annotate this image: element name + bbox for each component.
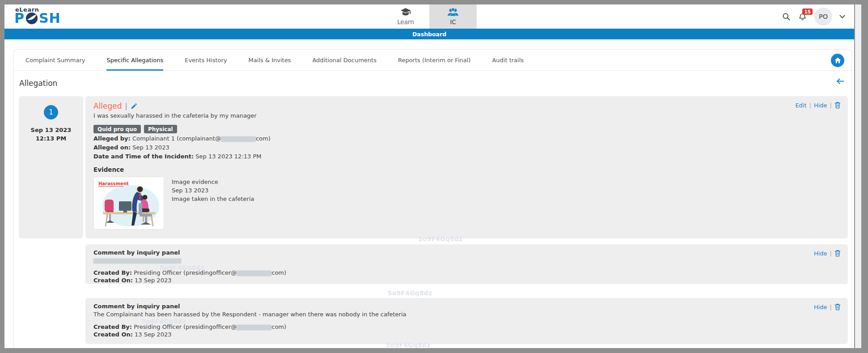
home-button[interactable] <box>831 54 844 67</box>
comment-title: Comment by inquiry panel <box>93 249 840 256</box>
tab-audit-trails[interactable]: Audit trails <box>492 50 524 71</box>
evidence-row: Harassment <box>93 177 840 230</box>
people-group-icon <box>447 8 459 17</box>
edit-pencil-icon[interactable] <box>131 102 138 110</box>
created-on-value: 13 Sep 2023 <box>135 331 171 338</box>
delete-trash-icon[interactable] <box>834 102 841 109</box>
tab-events-history[interactable]: Events History <box>185 50 227 71</box>
breadcrumb-bar: Dashboard <box>4 29 854 39</box>
allegation-status-row: Alleged | <box>93 102 840 111</box>
created-on-label: Created On: <box>93 331 133 338</box>
separator: | <box>125 102 127 110</box>
back-arrow-icon[interactable] <box>836 78 844 85</box>
chevron-down-icon[interactable] <box>839 15 845 19</box>
edit-link[interactable]: Edit <box>795 102 806 109</box>
brand-logo[interactable]: eLearn P SH <box>14 7 61 25</box>
created-by-line: Created By: Presiding Officer (presiding… <box>93 323 840 331</box>
module-tab-learn[interactable]: Learn <box>382 4 429 29</box>
alleged-on-value: Sep 13 2023 <box>132 144 169 151</box>
delete-trash-icon[interactable] <box>834 303 841 310</box>
redacted-email-domain <box>237 271 271 276</box>
scrollbar[interactable] <box>855 4 861 348</box>
status-badge: Alleged <box>93 102 122 111</box>
incident-datetime-label: Date and Time of the Incident: <box>93 153 194 160</box>
comment-title: Comment by inquiry panel <box>93 303 840 310</box>
created-by-value-suffix: com) <box>271 323 286 330</box>
app-page: eLearn P SH Learn <box>4 4 854 348</box>
comment-actions: Hide | <box>814 303 841 310</box>
logo-letters-sh: SH <box>39 12 61 25</box>
evidence-date: Sep 13 2023 <box>172 186 254 195</box>
alleged-by-value: Complainant 1 (complainant@ <box>132 135 221 142</box>
logo-letter-p: P <box>14 12 25 25</box>
evidence-title: Image evidence <box>172 178 254 186</box>
comment-body: The Complainant has been harassed by the… <box>93 311 840 318</box>
search-icon[interactable] <box>782 12 791 21</box>
comment-card: Hide | Comment by inquiry panel The Comp… <box>85 298 848 344</box>
allegation-card: Edit | Hide | Alleged | <box>85 96 848 238</box>
page-title: Allegation <box>19 79 57 88</box>
comment-card: Hide | Comment by inquiry panel Created … <box>85 244 848 284</box>
comment-meta: Created By: Presiding Officer (presiding… <box>93 269 840 284</box>
hide-link[interactable]: Hide <box>814 250 827 257</box>
created-on-label: Created On: <box>93 277 133 284</box>
incident-datetime-line: Date and Time of the Incident: Sep 13 20… <box>93 153 840 160</box>
section-tabs: Complaint Summary Specific Allegations E… <box>14 50 851 71</box>
notification-count-badge: 15 <box>802 9 813 15</box>
module-tab-ic[interactable]: IC <box>429 4 477 29</box>
tab-specific-allegations[interactable]: Specific Allegations <box>106 50 163 71</box>
redacted-email-domain <box>221 136 256 142</box>
notifications-bell-icon[interactable]: 15 <box>798 12 807 21</box>
alleged-by-value-suffix: com) <box>256 135 271 142</box>
logo-posh-text: P SH <box>14 12 61 25</box>
alleged-by-line: Alleged by: Complainant 1 (complainant@c… <box>93 135 840 142</box>
logo-o-graphic-icon <box>25 12 38 25</box>
comment-meta: Created By: Presiding Officer (presiding… <box>93 323 840 338</box>
alleged-by-label: Alleged by: <box>93 135 131 142</box>
breadcrumb-label: Dashboard <box>412 31 446 38</box>
tab-mails-invites[interactable]: Mails & Invites <box>249 50 291 71</box>
created-by-line: Created By: Presiding Officer (presiding… <box>93 269 840 276</box>
allegation-actions: Edit | Hide | <box>795 102 841 109</box>
module-tab-label: IC <box>450 18 456 26</box>
separator: | <box>830 102 832 109</box>
redacted-comment-body <box>93 259 181 264</box>
tab-reports[interactable]: Reports (Interim or Final) <box>398 50 470 71</box>
hide-link[interactable]: Hide <box>814 304 827 310</box>
created-on-value: 13 Sep 2023 <box>135 277 171 284</box>
timeline-time-line: 12:13 PM <box>19 134 83 143</box>
separator: | <box>809 102 811 109</box>
created-by-value-suffix: com) <box>271 269 286 276</box>
created-by-label: Created By: <box>93 323 132 330</box>
tab-complaint-summary[interactable]: Complaint Summary <box>25 50 85 71</box>
user-avatar[interactable]: PO <box>814 8 832 26</box>
created-on-line: Created On: 13 Sep 2023 <box>93 331 840 338</box>
timeline-panel: 1 Sep 13 2023 12:13 PM <box>19 96 83 238</box>
tab-additional-documents[interactable]: Additional Documents <box>312 50 377 71</box>
comment-actions: Hide | <box>814 250 841 257</box>
timeline-date-line1: Sep 13 2023 <box>19 126 83 134</box>
hide-link[interactable]: Hide <box>814 102 827 109</box>
graduation-cap-icon <box>400 8 411 17</box>
timeline-date: Sep 13 2023 12:13 PM <box>19 126 83 143</box>
redacted-email-domain <box>237 325 271 330</box>
alleged-on-label: Alleged on: <box>93 144 131 151</box>
separator: | <box>830 250 832 257</box>
page-heading-row: Allegation <box>14 71 851 88</box>
allegation-tags: Quid pro quo Physical <box>93 125 840 133</box>
module-switcher: Learn IC <box>382 4 477 29</box>
module-tab-label: Learn <box>397 18 414 26</box>
created-by-value: Presiding Officer (presidingofficer@ <box>134 269 237 276</box>
evidence-heading: Evidence <box>93 166 840 173</box>
topbar-actions: 15 PO <box>782 4 845 29</box>
created-by-label: Created By: <box>93 269 132 276</box>
tag-chip: Quid pro quo <box>93 125 141 133</box>
timeline-step-number: 1 <box>44 105 58 119</box>
home-icon <box>834 57 841 64</box>
incident-datetime-value: Sep 13 2023 12:13 PM <box>195 153 261 160</box>
evidence-info: Image evidence Sep 13 2023 Image taken i… <box>172 177 254 230</box>
evidence-thumbnail[interactable]: Harassment <box>93 177 164 230</box>
created-on-line: Created On: 13 Sep 2023 <box>93 276 840 284</box>
separator: | <box>830 304 832 310</box>
delete-trash-icon[interactable] <box>834 250 841 257</box>
